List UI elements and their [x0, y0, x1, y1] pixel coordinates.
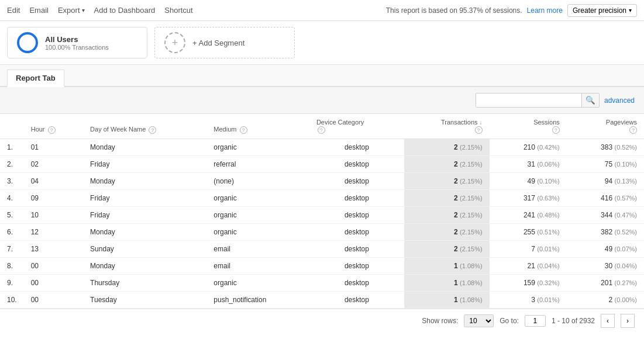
- cell-medium: organic: [206, 206, 309, 223]
- session-notice: This report is based on 95.37% of sessio…: [386, 6, 522, 15]
- cell-device: desktop: [309, 291, 404, 308]
- next-page-button[interactable]: ›: [621, 314, 635, 328]
- transactions-help-icon[interactable]: ?: [475, 126, 483, 134]
- cell-hour: 09: [24, 189, 83, 206]
- cell-transactions: 2 (2.15%): [404, 240, 490, 257]
- data-table: Hour ? Day of Week Name ? Medium ? Devic…: [0, 114, 644, 309]
- table-row: 7. 13 Sunday email desktop 2 (2.15%) 7 (…: [0, 240, 644, 257]
- search-button[interactable]: 🔍: [581, 94, 599, 107]
- cell-device: desktop: [309, 189, 404, 206]
- table-body: 1. 01 Monday organic desktop 2 (2.15%) 2…: [0, 139, 644, 308]
- report-tab[interactable]: Report Tab: [7, 70, 64, 87]
- add-segment-icon: +: [164, 32, 185, 53]
- prev-page-button[interactable]: ‹: [601, 314, 615, 328]
- cell-device: desktop: [309, 274, 404, 291]
- cell-hour: 10: [24, 206, 83, 223]
- cell-sessions: 3 (0.01%): [490, 291, 567, 308]
- cell-transactions: 2 (2.15%): [404, 155, 490, 172]
- cell-hour: 00: [24, 291, 83, 308]
- cell-sessions: 210 (0.42%): [490, 139, 567, 155]
- add-segment-card[interactable]: + + Add Segment: [154, 27, 295, 58]
- cell-medium: organic: [206, 274, 309, 291]
- cell-day: Friday: [83, 155, 206, 172]
- hour-help-icon[interactable]: ?: [48, 126, 56, 134]
- table-row: 8. 00 Monday email desktop 1 (1.08%) 21 …: [0, 257, 644, 274]
- cell-day: Monday: [83, 223, 206, 240]
- row-num: 2.: [0, 155, 24, 172]
- cell-sessions: 7 (0.01%): [490, 240, 567, 257]
- pageviews-help-icon[interactable]: ?: [629, 126, 637, 134]
- cell-sessions: 21 (0.04%): [490, 257, 567, 274]
- segment-name: All Users: [45, 35, 109, 44]
- cell-transactions: 1 (1.08%): [404, 274, 490, 291]
- goto-input[interactable]: [525, 315, 546, 327]
- learn-more-link[interactable]: Learn more: [527, 6, 563, 15]
- segment-sub: 100.00% Transactions: [45, 44, 109, 51]
- cell-transactions: 2 (2.15%): [404, 223, 490, 240]
- edit-button[interactable]: Edit: [7, 6, 20, 15]
- cell-medium: organic: [206, 223, 309, 240]
- col-sessions: Sessions ?: [490, 114, 567, 139]
- toolbar-left: Edit Email Export ▾ Add to Dashboard Sho…: [7, 6, 193, 15]
- cell-medium: email: [206, 240, 309, 257]
- row-num: 10.: [0, 291, 24, 308]
- device-help-icon[interactable]: ?: [318, 126, 325, 134]
- table-row: 10. 00 Tuesday push_notification desktop…: [0, 291, 644, 308]
- cell-medium: email: [206, 257, 309, 274]
- cell-pageviews: 383 (0.52%): [567, 139, 644, 155]
- col-day-of-week: Day of Week Name ?: [83, 114, 206, 139]
- cell-sessions: 31 (0.06%): [490, 155, 567, 172]
- cell-hour: 04: [24, 172, 83, 189]
- row-num: 5.: [0, 206, 24, 223]
- toolbar-right: This report is based on 95.37% of sessio…: [386, 4, 637, 17]
- cell-pageviews: 382 (0.52%): [567, 223, 644, 240]
- table-row: 6. 12 Monday organic desktop 2 (2.15%) 2…: [0, 223, 644, 240]
- report-tab-area: Report Tab: [0, 65, 644, 87]
- cell-day: Monday: [83, 139, 206, 155]
- cell-sessions: 255 (0.51%): [490, 223, 567, 240]
- page-range: 1 - 10 of 2932: [552, 317, 595, 325]
- cell-transactions: 2 (2.15%): [404, 172, 490, 189]
- cell-pageviews: 94 (0.13%): [567, 172, 644, 189]
- medium-help-icon[interactable]: ?: [240, 126, 247, 134]
- cell-sessions: 159 (0.32%): [490, 274, 567, 291]
- cell-transactions: 1 (1.08%): [404, 257, 490, 274]
- all-users-segment[interactable]: All Users 100.00% Transactions: [7, 27, 147, 58]
- advanced-link[interactable]: advanced: [604, 96, 635, 105]
- cell-hour: 01: [24, 139, 83, 155]
- toolbar: Edit Email Export ▾ Add to Dashboard Sho…: [0, 0, 644, 21]
- precision-button[interactable]: Greater precision ▾: [567, 4, 637, 17]
- table-header-row: Hour ? Day of Week Name ? Medium ? Devic…: [0, 114, 644, 139]
- cell-medium: organic: [206, 139, 309, 155]
- cell-pageviews: 30 (0.04%): [567, 257, 644, 274]
- email-button[interactable]: Email: [29, 6, 49, 15]
- table-row: 2. 02 Friday referral desktop 2 (2.15%) …: [0, 155, 644, 172]
- table-row: 4. 09 Friday organic desktop 2 (2.15%) 3…: [0, 189, 644, 206]
- rows-select[interactable]: 10 25 50 100: [464, 314, 494, 327]
- sessions-help-icon[interactable]: ?: [552, 126, 560, 134]
- day-help-icon[interactable]: ?: [149, 126, 156, 134]
- shortcut-button[interactable]: Shortcut: [164, 6, 192, 15]
- cell-device: desktop: [309, 172, 404, 189]
- export-button[interactable]: Export ▾: [58, 6, 85, 15]
- cell-hour: 12: [24, 223, 83, 240]
- cell-hour: 00: [24, 257, 83, 274]
- cell-day: Tuesday: [83, 291, 206, 308]
- table-footer: Show rows: 10 25 50 100 Go to: 1 - 10 of…: [0, 309, 644, 333]
- cell-sessions: 241 (0.48%): [490, 206, 567, 223]
- cell-transactions: 2 (2.15%): [404, 206, 490, 223]
- cell-pageviews: 49 (0.07%): [567, 240, 644, 257]
- search-input[interactable]: [476, 94, 581, 107]
- add-segment-label: + Add Segment: [192, 39, 244, 47]
- table-row: 3. 04 Monday (none) desktop 2 (2.15%) 49…: [0, 172, 644, 189]
- cell-medium: (none): [206, 172, 309, 189]
- cell-transactions: 2 (2.15%): [404, 139, 490, 155]
- cell-device: desktop: [309, 155, 404, 172]
- cell-transactions: 1 (1.08%): [404, 291, 490, 308]
- add-to-dashboard-button[interactable]: Add to Dashboard: [94, 6, 156, 15]
- cell-device: desktop: [309, 240, 404, 257]
- cell-day: Monday: [83, 257, 206, 274]
- col-transactions: Transactions ↓ ?: [404, 114, 490, 139]
- cell-device: desktop: [309, 206, 404, 223]
- cell-pageviews: 75 (0.10%): [567, 155, 644, 172]
